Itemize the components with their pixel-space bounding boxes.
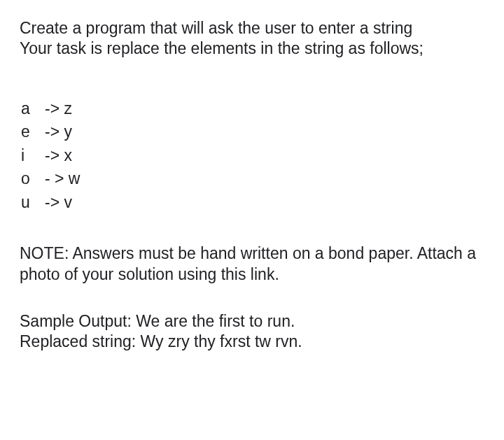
map-from: i [21, 146, 45, 166]
sample-line-1: Sample Output: We are the first to run. [20, 311, 484, 332]
mapping-row: i -> x [21, 146, 484, 166]
intro-line-2: Your task is replace the elements in the… [20, 38, 484, 59]
map-arrow: - > w [45, 169, 80, 189]
map-arrow: -> z [45, 99, 72, 119]
intro-line-1: Create a program that will ask the user … [20, 18, 484, 38]
map-from: e [21, 122, 45, 142]
map-from: o [21, 169, 45, 189]
sample-line-2: Replaced string: Wy zry thy fxrst tw rvn… [20, 332, 484, 352]
map-from: a [21, 99, 45, 119]
mapping-row: u -> v [21, 192, 484, 213]
map-arrow: -> x [45, 146, 72, 166]
note-text: NOTE: Answers must be hand written on a … [20, 243, 484, 285]
intro-text: Create a program that will ask the user … [20, 18, 484, 59]
mapping-row: e -> y [21, 122, 484, 142]
mapping-list: a -> z e -> y i -> x o - > w u -> v [20, 99, 484, 213]
map-from: u [21, 192, 45, 213]
map-arrow: -> y [45, 122, 72, 142]
mapping-row: o - > w [21, 169, 484, 189]
map-arrow: -> v [45, 192, 72, 213]
sample-output: Sample Output: We are the first to run. … [20, 311, 484, 353]
mapping-row: a -> z [21, 99, 484, 119]
